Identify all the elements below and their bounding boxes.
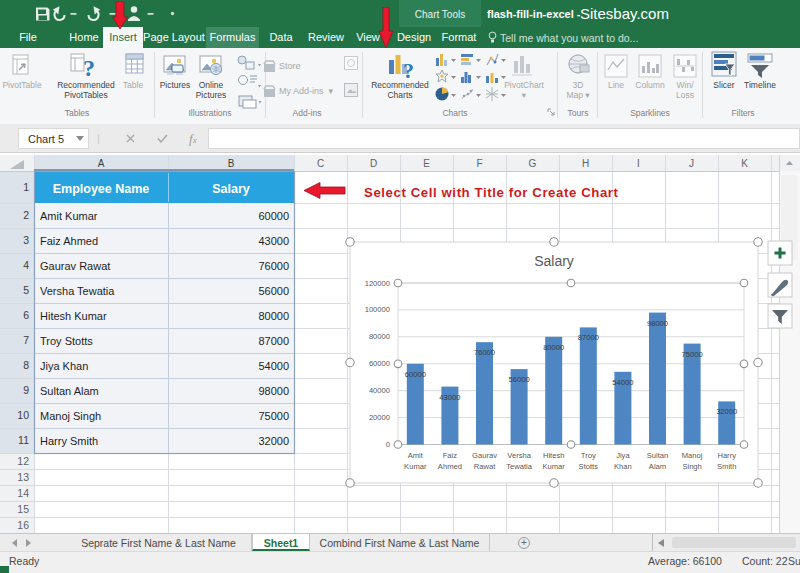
svg-text:100000: 100000 bbox=[365, 305, 390, 314]
svg-text:98000: 98000 bbox=[258, 385, 289, 397]
svg-text:Employee Name: Employee Name bbox=[53, 182, 150, 196]
svg-text:Ahmed: Ahmed bbox=[438, 462, 462, 471]
svg-text:Sultan Alam: Sultan Alam bbox=[40, 385, 99, 397]
svg-text:Smith: Smith bbox=[717, 462, 736, 471]
svg-text:80000: 80000 bbox=[258, 310, 289, 322]
svg-text:11: 11 bbox=[18, 434, 29, 446]
svg-text:Versha: Versha bbox=[507, 451, 531, 460]
svg-text:K: K bbox=[741, 158, 748, 169]
svg-text:98000: 98000 bbox=[647, 319, 668, 328]
svg-text:Manoj: Manoj bbox=[682, 451, 703, 460]
svg-text:7: 7 bbox=[23, 334, 29, 346]
svg-text:75000: 75000 bbox=[682, 350, 703, 359]
svg-text:Kumar: Kumar bbox=[543, 462, 566, 471]
svg-text:8: 8 bbox=[23, 359, 29, 371]
svg-text:40000: 40000 bbox=[369, 386, 390, 395]
svg-text:16: 16 bbox=[17, 519, 29, 531]
svg-text:J: J bbox=[689, 158, 694, 169]
svg-text:75000: 75000 bbox=[258, 410, 289, 422]
svg-text:Troy: Troy bbox=[581, 451, 596, 460]
svg-text:Troy Stotts: Troy Stotts bbox=[40, 335, 93, 347]
svg-text:10: 10 bbox=[17, 409, 29, 421]
svg-text:Jiya: Jiya bbox=[616, 451, 630, 460]
svg-text:Tewatia: Tewatia bbox=[506, 462, 533, 471]
svg-text:12: 12 bbox=[17, 455, 29, 467]
svg-text:D: D bbox=[370, 158, 377, 169]
svg-text:Hitesh: Hitesh bbox=[543, 451, 565, 460]
svg-text:56000: 56000 bbox=[258, 285, 289, 297]
svg-text:6: 6 bbox=[23, 309, 29, 321]
svg-text:120000: 120000 bbox=[365, 279, 390, 288]
svg-text:15: 15 bbox=[17, 503, 29, 515]
svg-text:G: G bbox=[529, 158, 537, 169]
svg-text:3: 3 bbox=[23, 234, 29, 246]
svg-text:Amit: Amit bbox=[408, 451, 424, 460]
svg-text:Select Cell with Title for Cre: Select Cell with Title for Create Chart bbox=[364, 185, 619, 200]
svg-text:A: A bbox=[98, 158, 105, 169]
svg-text:87000: 87000 bbox=[258, 335, 289, 347]
svg-text:Kumar: Kumar bbox=[404, 462, 427, 471]
svg-text:32000: 32000 bbox=[258, 435, 289, 447]
svg-text:F: F bbox=[476, 158, 482, 169]
svg-text:Gaurav: Gaurav bbox=[472, 451, 497, 460]
svg-text:B: B bbox=[228, 158, 235, 169]
svg-text:60000: 60000 bbox=[369, 359, 390, 368]
svg-text:?: ? bbox=[83, 55, 95, 80]
svg-text:Amit Kumar: Amit Kumar bbox=[40, 210, 98, 222]
svg-text:2: 2 bbox=[23, 209, 29, 221]
svg-text:32000: 32000 bbox=[716, 407, 737, 416]
svg-text:43000: 43000 bbox=[258, 235, 289, 247]
svg-text:43000: 43000 bbox=[439, 393, 460, 402]
svg-text:76000: 76000 bbox=[474, 348, 495, 357]
svg-text:14: 14 bbox=[17, 487, 29, 499]
svg-text:54000: 54000 bbox=[612, 378, 633, 387]
svg-text:Jiya Khan: Jiya Khan bbox=[40, 360, 88, 372]
svg-text:Alam: Alam bbox=[649, 462, 666, 471]
svg-text:87000: 87000 bbox=[578, 333, 599, 342]
svg-text:Faiz: Faiz bbox=[443, 451, 458, 460]
svg-text:1: 1 bbox=[23, 181, 29, 193]
svg-text:56000: 56000 bbox=[509, 375, 530, 384]
svg-text:E: E bbox=[423, 158, 430, 169]
svg-text:80000: 80000 bbox=[543, 343, 564, 352]
svg-text:5: 5 bbox=[23, 284, 29, 296]
svg-text:Harry Smith: Harry Smith bbox=[40, 435, 98, 447]
svg-text:Salary: Salary bbox=[534, 253, 574, 269]
svg-text:Stotts: Stotts bbox=[579, 462, 599, 471]
svg-text:4: 4 bbox=[23, 259, 29, 271]
svg-text:20000: 20000 bbox=[369, 413, 390, 422]
svg-text:I: I bbox=[637, 158, 640, 169]
svg-text:13: 13 bbox=[17, 471, 29, 483]
svg-text:Hitesh Kumar: Hitesh Kumar bbox=[40, 310, 107, 322]
svg-text:60000: 60000 bbox=[258, 210, 289, 222]
svg-text:Khan: Khan bbox=[614, 462, 632, 471]
svg-text:Versha Tewatia: Versha Tewatia bbox=[40, 285, 115, 297]
svg-text:76000: 76000 bbox=[258, 260, 289, 272]
svg-text:Rawat: Rawat bbox=[474, 462, 496, 471]
svg-text:60000: 60000 bbox=[405, 370, 426, 379]
svg-text:Gaurav Rawat: Gaurav Rawat bbox=[40, 260, 110, 272]
svg-text:H: H bbox=[582, 158, 589, 169]
svg-text:0: 0 bbox=[386, 440, 390, 449]
svg-text:Sultan: Sultan bbox=[647, 451, 669, 460]
svg-text:C: C bbox=[317, 158, 324, 169]
svg-text:Manoj Singh: Manoj Singh bbox=[40, 410, 101, 422]
svg-text:Faiz Ahmed: Faiz Ahmed bbox=[40, 235, 98, 247]
svg-text:Harry: Harry bbox=[717, 451, 736, 460]
svg-text:Singh: Singh bbox=[682, 462, 701, 471]
svg-text:54000: 54000 bbox=[258, 360, 289, 372]
svg-text:9: 9 bbox=[23, 384, 29, 396]
svg-text:80000: 80000 bbox=[369, 332, 390, 341]
svg-text:Salary: Salary bbox=[212, 182, 250, 196]
svg-text:?: ? bbox=[403, 58, 414, 82]
